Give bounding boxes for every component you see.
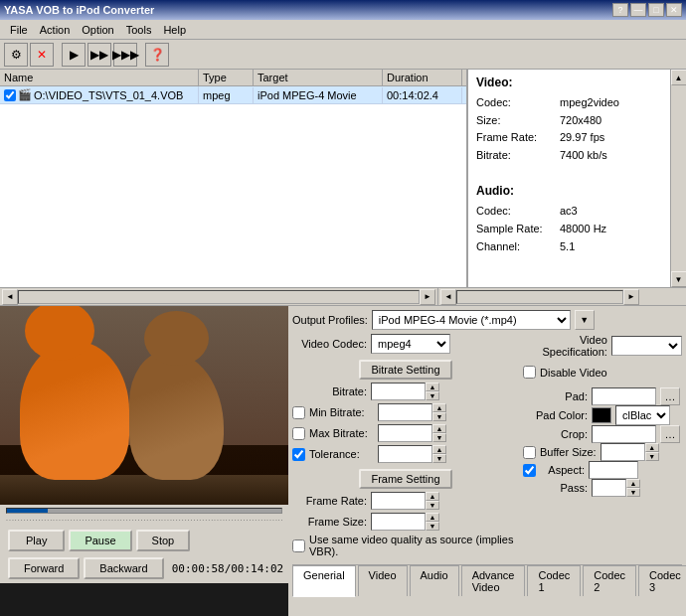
pad-input[interactable]: 0;0;0;0	[592, 387, 656, 405]
tab-codec2[interactable]: Codec 2	[583, 565, 636, 596]
min-bitrate-input[interactable]: 0	[378, 403, 432, 421]
frame-size-up[interactable]: ▲	[426, 513, 439, 522]
settings-two-col: Video Codec: mpeg4 Bitrate Setting Bitra…	[292, 334, 682, 560]
bitrate-label: Bitrate:	[476, 147, 556, 165]
play-button[interactable]: Play	[8, 530, 65, 551]
minimize-button[interactable]: —	[630, 3, 646, 17]
tab-audio[interactable]: Audio	[410, 565, 459, 596]
settings-icon[interactable]: ⚙	[4, 43, 28, 67]
bitrate-down[interactable]: ▼	[426, 391, 439, 400]
file-icon: 🎬	[18, 88, 32, 101]
frame-rate-down[interactable]: ▼	[426, 501, 439, 510]
pause-button[interactable]: Pause	[69, 530, 131, 551]
scroll-right-btn[interactable]: ►	[420, 289, 435, 305]
scroll-down-arrow[interactable]: ▼	[671, 271, 687, 287]
bitrate-spinner: 652 ▲ ▼	[371, 383, 439, 400]
pass-input[interactable]: 1	[592, 479, 626, 497]
progress-bar[interactable]	[6, 508, 282, 514]
menu-tools[interactable]: Tools	[120, 22, 158, 38]
output-profiles-select[interactable]: iPod MPEG-4 Movie (*.mp4)	[372, 310, 571, 330]
frame-rate-up[interactable]: ▲	[426, 492, 439, 501]
pass-down[interactable]: ▼	[626, 488, 640, 497]
max-bitrate-spinner: 0 ▲ ▼	[378, 424, 446, 442]
scroll-up-arrow[interactable]: ▲	[671, 70, 687, 85]
tab-bar: Generial Video Audio Advance Video Codec…	[292, 564, 682, 596]
aspect-input[interactable]: 1.78	[589, 461, 638, 479]
video-spec-select[interactable]	[611, 336, 682, 356]
tolerance-checkbox[interactable]	[292, 448, 305, 461]
tab-generial[interactable]: Generial	[292, 565, 356, 597]
menu-file[interactable]: File	[4, 22, 34, 38]
menu-action[interactable]: Action	[34, 22, 77, 38]
frame-setting-button[interactable]: Frame Setting	[359, 469, 451, 489]
channel-value: 5.1	[560, 238, 575, 256]
tab-codec3[interactable]: Codec 3	[638, 565, 686, 596]
info-scrollbar[interactable]: ▲ ▼	[670, 70, 686, 287]
window-controls[interactable]: ? — □ ✕	[612, 3, 682, 17]
bitrate-up[interactable]: ▲	[426, 383, 439, 391]
h-scrollbar[interactable]	[18, 290, 420, 304]
maximize-button[interactable]: □	[648, 3, 664, 17]
buffer-size-down[interactable]: ▼	[645, 452, 659, 461]
convert3-icon[interactable]: ▶▶▶	[113, 43, 137, 67]
menu-option[interactable]: Option	[76, 22, 119, 38]
tab-advance-video[interactable]: Advance Video	[461, 565, 526, 596]
frame-size-down[interactable]: ▼	[426, 522, 439, 531]
aspect-checkbox[interactable]	[523, 464, 536, 477]
info-h-scrollbar[interactable]	[456, 290, 623, 304]
video-info-title: Video:	[476, 74, 662, 92]
frame-rate-spinner: 29.97 ▲ ▼	[371, 492, 439, 510]
info-scroll-right-btn[interactable]: ►	[623, 289, 639, 305]
settings-right: Video Specification: Disable Video Pad:	[523, 334, 682, 560]
bitrate-input[interactable]: 652	[371, 383, 426, 400]
buffer-size-up[interactable]: ▲	[645, 443, 659, 452]
pad-button[interactable]: …	[660, 387, 680, 405]
close-button[interactable]: ✕	[666, 3, 682, 17]
tab-codec1[interactable]: Codec 1	[527, 565, 581, 596]
backward-button[interactable]: Backward	[84, 557, 163, 579]
min-bitrate-down[interactable]: ▼	[432, 412, 446, 421]
tolerance-up[interactable]: ▲	[432, 445, 446, 454]
video-codec-select[interactable]: mpeg4	[371, 334, 450, 354]
tolerance-input[interactable]: 4000	[378, 445, 432, 463]
convert1-icon[interactable]: ▶	[62, 43, 86, 67]
scroll-left-btn[interactable]: ◄	[2, 289, 18, 305]
output-profiles-expand[interactable]: ▼	[575, 310, 595, 330]
buffer-size-checkbox[interactable]	[523, 446, 536, 459]
crop-input[interactable]: 0;0;0;0	[592, 425, 656, 443]
remove-icon[interactable]: ✕	[30, 43, 54, 67]
help-button[interactable]: ?	[612, 3, 628, 17]
frame-size-input[interactable]: 320x240	[371, 513, 426, 531]
forward-button[interactable]: Forward	[8, 557, 80, 579]
settings-panel: Output Profiles: iPod MPEG-4 Movie (*.mp…	[288, 306, 686, 616]
codec-value: mpeg2video	[560, 94, 619, 112]
tolerance-down[interactable]: ▼	[432, 454, 446, 463]
bitrate-setting-button[interactable]: Bitrate Setting	[359, 360, 451, 380]
stop-button[interactable]: Stop	[136, 530, 191, 551]
info-icon[interactable]: ❓	[145, 43, 169, 67]
max-bitrate-down[interactable]: ▼	[432, 433, 446, 442]
row-checkbox[interactable]	[4, 89, 16, 101]
frame-rate-input[interactable]: 29.97	[371, 492, 426, 510]
max-bitrate-input[interactable]: 0	[378, 424, 432, 442]
pad-color-select[interactable]: clBlack	[615, 405, 670, 425]
video-spec-label: Video Specification:	[523, 334, 607, 358]
max-bitrate-checkbox[interactable]	[292, 427, 305, 440]
video-spec-row: Video Specification:	[523, 334, 682, 358]
vbr-checkbox[interactable]	[292, 539, 305, 552]
table-row[interactable]: 🎬 O:\VIDEO_TS\VTS_01_4.VOB mpeg iPod MPE…	[0, 86, 466, 104]
convert2-icon[interactable]: ▶▶	[87, 43, 111, 67]
tab-video[interactable]: Video	[358, 565, 408, 596]
info-scroll-left-btn[interactable]: ◄	[440, 289, 456, 305]
min-bitrate-checkbox[interactable]	[292, 406, 305, 419]
disable-video-checkbox[interactable]	[523, 366, 536, 379]
disable-video-row: Disable Video	[523, 366, 682, 379]
min-bitrate-up[interactable]: ▲	[432, 403, 446, 412]
buffer-size-input[interactable]: 0	[600, 443, 645, 461]
pass-up[interactable]: ▲	[626, 479, 640, 488]
crop-button[interactable]: …	[660, 425, 680, 443]
file-type-cell: mpeg	[199, 87, 254, 103]
frame-rate-row: Frame Rate: 29.97 ▲ ▼	[292, 492, 519, 510]
max-bitrate-up[interactable]: ▲	[432, 424, 446, 433]
menu-help[interactable]: Help	[157, 22, 192, 38]
